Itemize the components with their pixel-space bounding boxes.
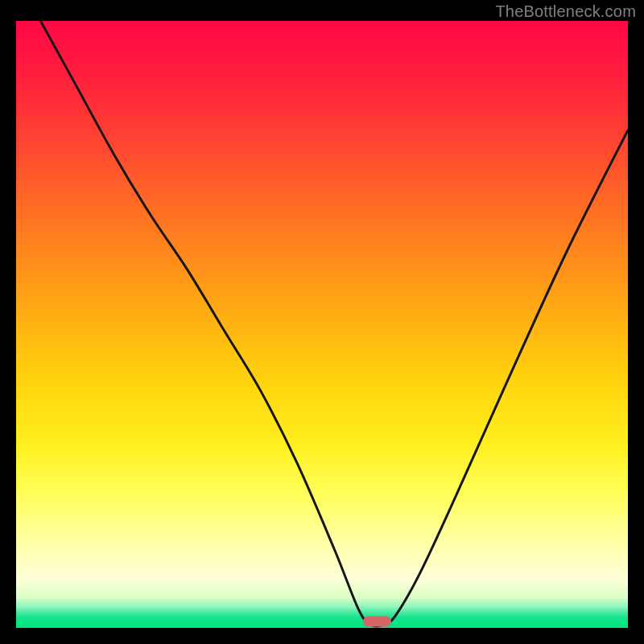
chart-frame: TheBottleneck.com: [0, 0, 644, 644]
plot-area: [16, 21, 628, 628]
watermark-text: TheBottleneck.com: [495, 2, 636, 21]
bottleneck-curve: [40, 21, 628, 626]
bottleneck-marker: [363, 617, 390, 626]
overlay-svg: [16, 21, 628, 628]
